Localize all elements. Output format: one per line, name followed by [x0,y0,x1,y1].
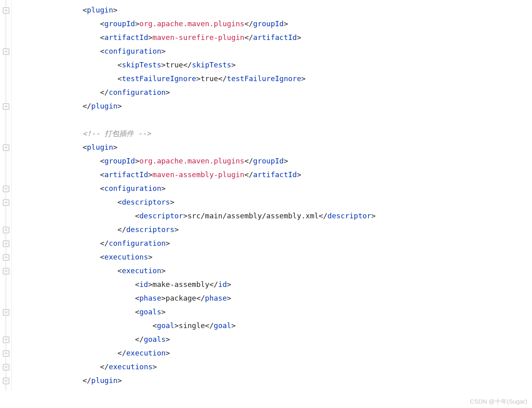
fold-toggle-icon[interactable]: − [3,268,9,274]
code-line[interactable]: </plugin> [13,374,376,387]
token-punct: < [82,6,87,14]
token-punct: </ [218,74,227,83]
token-punct: > [227,280,231,289]
token-tag: artifactId [105,33,148,42]
fold-toggle-icon[interactable]: − [3,378,9,384]
fold-toggle-icon[interactable]: − [3,48,9,55]
code-line[interactable]: <descriptors> [13,195,376,209]
token-punct: </ [117,349,126,357]
code-line[interactable]: </plugin> [13,99,376,113]
token-tag: phase [139,294,161,302]
token-punct: > [231,321,236,330]
token-punct: </ [100,239,109,247]
token-punct: < [117,198,122,206]
token-tag: execution [126,349,166,357]
token-tag: skipTests [122,61,161,69]
fold-toggle-icon[interactable]: − [3,186,9,192]
token-val: org.apache.maven.plugins [139,19,244,28]
token-text: package [165,294,196,302]
code-line[interactable]: <!-- 打包插件 --> [13,127,376,140]
token-punct: </ [100,362,109,371]
token-tag: groupId [253,19,284,28]
token-punct: > [231,61,236,69]
token-punct: > [161,294,165,302]
fold-toggle-icon[interactable]: − [3,254,9,261]
code-line[interactable] [13,113,376,127]
token-tag: testFailureIgnore [122,74,196,83]
fold-toggle-icon[interactable]: − [3,364,9,370]
token-punct: < [117,266,122,275]
token-punct: </ [244,157,253,165]
token-punct: < [153,321,157,330]
fold-toggle-icon[interactable]: − [3,144,9,151]
token-text: true [201,74,218,83]
code-line[interactable]: </configuration> [13,86,376,99]
token-tag: descriptors [126,225,174,234]
fold-toggle-icon[interactable]: − [3,199,9,206]
token-punct: > [153,362,157,371]
code-line[interactable]: </executions> [13,360,376,374]
token-tag: descriptors [122,198,170,206]
code-line[interactable]: <configuration> [13,182,376,195]
token-punct: </ [209,280,218,289]
code-line[interactable]: <id>make-assembly</id> [13,278,376,291]
token-punct: > [161,47,165,55]
token-tag: descriptor [139,211,183,220]
fold-toggle-icon[interactable]: − [3,241,9,247]
code-line[interactable]: <configuration> [13,44,376,58]
token-punct: > [301,74,306,83]
code-line[interactable]: <artifactId>maven-assembly-plugin</artif… [13,168,376,182]
fold-toggle-icon[interactable]: − [3,350,9,357]
token-tag: configuration [105,47,161,55]
code-line[interactable]: </goals> [13,333,376,346]
fold-toggle-icon[interactable]: − [3,103,9,110]
token-punct: < [82,143,87,151]
code-line[interactable]: <goals> [13,305,376,319]
code-line[interactable]: <execution> [13,264,376,278]
token-punct: < [100,47,105,55]
code-line[interactable]: <testFailureIgnore>true</testFailureIgno… [13,72,376,86]
token-punct: > [117,102,122,110]
token-punct: > [227,294,231,302]
token-punct: < [100,170,105,179]
token-tag: configuration [109,88,165,96]
fold-toggle-icon[interactable]: − [3,227,9,233]
code-line[interactable]: <groupId>org.apache.maven.plugins</group… [13,154,376,168]
token-tag: artifactId [105,170,148,179]
token-punct: < [135,294,139,302]
token-punct: > [161,61,165,69]
code-line[interactable]: <descriptor>src/main/assembly/assembly.x… [13,209,376,223]
token-punct: < [100,157,105,165]
code-line[interactable]: <groupId>org.apache.maven.plugins</group… [13,17,376,31]
code-line[interactable]: <plugin> [13,140,376,154]
token-punct: > [161,184,165,192]
token-tag: goal [214,321,231,330]
code-line[interactable]: <skipTests>true</skipTests> [13,58,376,72]
fold-toggle-icon[interactable]: − [3,337,9,343]
token-tag: plugin [87,6,113,14]
code-editor-content[interactable]: <plugin> <groupId>org.apache.maven.plugi… [12,0,376,391]
code-line[interactable]: <plugin> [13,3,376,17]
token-punct: > [148,170,153,179]
token-punct: < [135,308,139,316]
token-punct: </ [244,33,253,42]
token-punct: > [284,157,288,165]
code-line[interactable]: <executions> [13,250,376,264]
token-punct: </ [100,88,109,96]
token-val: org.apache.maven.plugins [139,157,244,165]
fold-toggle-icon[interactable]: − [3,7,9,14]
token-punct: > [161,308,165,316]
token-punct: > [165,349,170,357]
token-punct: < [100,33,105,42]
token-punct: < [117,74,122,83]
code-line[interactable]: </descriptors> [13,223,376,236]
code-line[interactable]: <artifactId>maven-surefire-plugin</artif… [13,31,376,44]
token-tag: groupId [105,19,135,28]
token-punct: </ [117,225,126,234]
token-punct: < [100,253,105,261]
code-line[interactable]: <goal>single</goal> [13,319,376,333]
code-line[interactable]: </configuration> [13,236,376,250]
fold-toggle-icon[interactable]: − [3,309,9,316]
code-line[interactable]: </execution> [13,346,376,360]
code-line[interactable]: <phase>package</phase> [13,291,376,305]
